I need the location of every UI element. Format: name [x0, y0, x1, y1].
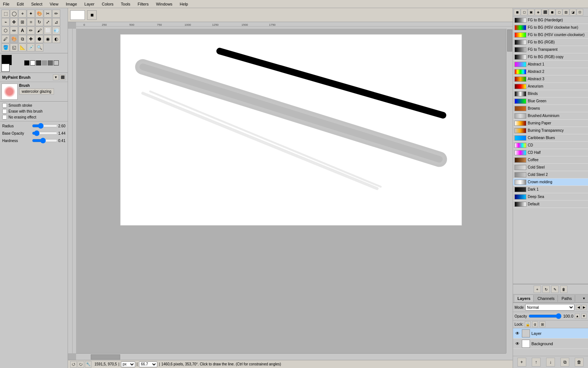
gradient-item[interactable]: FG to BG (HSV counter-clockwise) — [513, 31, 588, 39]
brush-name-button[interactable]: watercolor glazing — [19, 88, 54, 95]
tab-channels[interactable]: Channels — [534, 295, 557, 302]
panel-icon-4[interactable]: ◈ — [535, 9, 541, 15]
layer-duplicate-btn[interactable]: ⧉ — [560, 358, 569, 367]
mid-gray-swatch[interactable] — [48, 60, 53, 66]
layer-item[interactable]: 👁Background — [513, 339, 588, 349]
tool-clone[interactable]: ⧉ — [18, 35, 26, 43]
gradient-item[interactable]: Default — [513, 201, 588, 208]
gradient-item[interactable]: Coffee — [513, 156, 588, 164]
status-icon3[interactable]: 🔧 — [85, 361, 92, 368]
dark-gray-swatch[interactable] — [36, 60, 41, 66]
tool-ink[interactable]: 🖊 — [1, 35, 10, 43]
transparent-swatch[interactable] — [54, 60, 59, 66]
tool-ellipse-select[interactable]: ◯ — [10, 10, 18, 18]
mode-left-btn[interactable]: ◀ — [576, 305, 581, 310]
tool-perspective[interactable]: ⬡ — [1, 26, 10, 35]
layer-item[interactable]: 👁Layer — [513, 328, 588, 339]
mode-right-btn[interactable]: ▶ — [581, 305, 587, 310]
radius-slider[interactable] — [32, 123, 58, 129]
hardness-slider[interactable] — [32, 138, 58, 144]
gradient-item[interactable]: Brushed Aluminium — [513, 112, 588, 120]
white-swatch[interactable] — [30, 60, 35, 66]
tool-scale[interactable]: ⤢ — [44, 18, 52, 26]
tool-rect-select[interactable]: ⬚ — [1, 10, 10, 18]
panel-icon-2[interactable]: ◻ — [521, 9, 527, 15]
gradient-item[interactable]: FG to Transparent — [513, 46, 588, 53]
lock-pixels-btn[interactable]: 🔒 — [525, 321, 531, 327]
gradient-new-btn[interactable]: + — [534, 286, 541, 293]
gradient-item[interactable]: Caribbean Blues — [513, 134, 588, 142]
menu-edit[interactable]: Edit — [15, 1, 25, 7]
tool-flip[interactable]: ⇔ — [10, 26, 18, 35]
gradient-item[interactable]: Cold Steel 2 — [513, 171, 588, 178]
unit-select[interactable]: px mm cm — [121, 361, 135, 367]
gradient-item[interactable]: CD — [513, 142, 588, 149]
gradient-item[interactable]: Deep Sea — [513, 193, 588, 201]
layer-visibility-icon[interactable]: 👁 — [514, 341, 520, 347]
tool-crop[interactable]: ⌗ — [27, 18, 35, 26]
base-opacity-slider[interactable] — [32, 130, 58, 136]
layer-lower-btn[interactable]: ↓ — [546, 358, 555, 367]
menu-colors[interactable]: Colors — [100, 1, 115, 7]
background-color[interactable] — [1, 64, 10, 72]
gradient-item[interactable]: Aneurism — [513, 83, 588, 90]
tool-select-by-color[interactable]: 🎨 — [35, 10, 43, 18]
status-icon2[interactable]: ⭮ — [78, 361, 84, 368]
expand-btn[interactable]: ▼ — [53, 74, 59, 80]
scrollbar-horizontal[interactable] — [76, 353, 506, 360]
panel-icon-7[interactable]: ◻ — [556, 9, 562, 15]
tool-zoom[interactable]: 🔍 — [35, 43, 43, 52]
smooth-stroke-checkbox[interactable]: Smooth stroke — [2, 103, 65, 108]
panel-icon-8[interactable]: ▧ — [563, 9, 569, 15]
layer-visibility-icon[interactable]: 👁 — [514, 330, 520, 336]
panel-icon-1[interactable]: ◼ — [514, 9, 520, 15]
gradient-item[interactable]: Abstract 3 — [513, 75, 588, 83]
tab-layers[interactable]: Layers — [514, 295, 534, 302]
tool-airbrush[interactable]: 💨 — [52, 26, 60, 35]
gradient-delete-btn[interactable]: 🗑 — [560, 286, 567, 293]
tool-fuzzy-select[interactable]: ✦ — [27, 10, 35, 18]
status-icon1[interactable]: ⭯ — [70, 361, 77, 368]
menu-view[interactable]: View — [48, 1, 60, 7]
tool-bucket[interactable]: 🪣 — [1, 43, 10, 52]
gradient-refresh-btn[interactable]: ↻ — [542, 286, 550, 293]
panel-icon-6[interactable]: ◼ — [549, 9, 555, 15]
tab-paths[interactable]: Paths — [559, 295, 575, 302]
tool-move[interactable]: ✥ — [10, 18, 18, 26]
panel-icon-9[interactable]: ◪ — [570, 9, 576, 15]
tool-dodge[interactable]: ◐ — [52, 35, 60, 43]
scrollbar-vertical[interactable] — [506, 29, 513, 353]
opacity-down-btn[interactable]: ▼ — [581, 314, 587, 319]
gradient-item[interactable]: FG to BG (RGB) — [513, 39, 588, 46]
gradient-item[interactable]: Abstract 1 — [513, 61, 588, 68]
no-erasing-checkbox[interactable]: No erasing effect — [2, 115, 65, 120]
tool-mypaint[interactable]: 🎨 — [10, 35, 18, 43]
blend-mode-select[interactable]: Normal Multiply Screen — [525, 304, 574, 311]
erase-brush-checkbox[interactable]: Erase with this brush — [2, 109, 65, 114]
opacity-slider[interactable] — [528, 313, 562, 319]
menu-windows[interactable]: Windows — [154, 1, 174, 7]
config-btn[interactable]: ⬛ — [60, 74, 65, 80]
gradient-item[interactable]: Burning Paper — [513, 120, 588, 127]
menu-filters[interactable]: Filters — [136, 1, 150, 7]
tool-free-select[interactable]: ⌖ — [18, 10, 26, 18]
panel-icon-10[interactable]: ⊡ — [577, 9, 583, 15]
gray-swatch[interactable] — [42, 60, 47, 66]
tool-paintbrush[interactable]: 🖌 — [35, 26, 43, 35]
menu-tools[interactable]: Tools — [119, 1, 132, 7]
tool-iscissors[interactable]: ⌁ — [1, 18, 10, 26]
layer-new-btn[interactable]: + — [517, 358, 526, 367]
gradient-item[interactable]: Browns — [513, 105, 588, 112]
tool-blend[interactable]: ◱ — [10, 43, 18, 52]
tool-scissors[interactable]: ✂ — [44, 10, 52, 18]
layers-panel-menu[interactable]: ▼ — [581, 296, 587, 301]
layer-delete-btn[interactable]: 🗑 — [575, 358, 584, 367]
tool-shear[interactable]: ⊿ — [52, 18, 60, 26]
gradient-item[interactable]: Abstract 2 — [513, 68, 588, 75]
tool-text[interactable]: A — [18, 26, 26, 35]
panel-icon-3[interactable]: ▣ — [528, 9, 534, 15]
gradient-item[interactable]: Dark 1 — [513, 186, 588, 193]
layer-raise-btn[interactable]: ↑ — [532, 358, 541, 367]
lock-alpha-btn[interactable]: α — [532, 321, 538, 327]
menu-help[interactable]: Help — [178, 1, 190, 7]
